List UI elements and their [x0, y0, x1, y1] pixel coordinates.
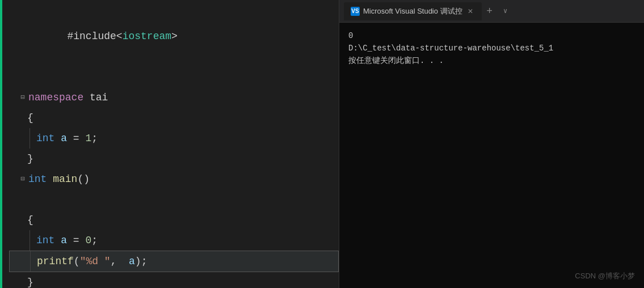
line-blank1 — [9, 67, 339, 87]
terminal-tab-label: Microsoft Visual Studio 调试控 — [363, 6, 462, 16]
line-namespace: ⊟ namespace tai — [9, 87, 339, 108]
tab-add-button[interactable]: + — [482, 3, 498, 19]
terminal-line-0: 0 — [348, 29, 635, 42]
line-brace-open2: { — [9, 210, 339, 230]
line-include: #include<iostream> — [9, 6, 339, 67]
terminal-line-2: 按任意键关闭此窗口. . . — [348, 54, 635, 67]
line-printf: printf ( "%d " , a ); — [9, 251, 339, 272]
include-lib: iostream — [123, 31, 171, 42]
terminal-tab-close[interactable]: ✕ — [466, 7, 475, 16]
terminal-line-1: D:\C_test\data-structure-warehouse\test_… — [348, 42, 635, 54]
line-brace-open1: { — [9, 108, 339, 128]
line-int-a: int a = 1 ; — [9, 128, 339, 149]
watermark: CSDN @博客小梦 — [575, 271, 635, 281]
include-hash: #include< — [67, 31, 122, 42]
code-editor: #include<iostream> ⊟ namespace tai { int… — [0, 0, 339, 288]
terminal-tab-bar: VS Microsoft Visual Studio 调试控 ✕ + ∨ — [339, 0, 644, 23]
tab-chevron-button[interactable]: ∨ — [498, 3, 513, 19]
fold-main-icon[interactable]: ⊟ — [18, 175, 27, 184]
line-brace-close2: } — [9, 272, 339, 288]
vs-tab-icon: VS — [351, 7, 360, 16]
code-content: #include<iostream> ⊟ namespace tai { int… — [0, 0, 339, 288]
terminal-panel: VS Microsoft Visual Studio 调试控 ✕ + ∨ 0 D… — [339, 0, 644, 288]
terminal-tab[interactable]: VS Microsoft Visual Studio 调试控 ✕ — [344, 2, 482, 20]
fold-namespace-icon[interactable]: ⊟ — [18, 93, 27, 102]
line-brace-close1: } — [9, 149, 339, 169]
line-int-a2: int a = 0 ; — [9, 230, 339, 251]
terminal-content: 0 D:\C_test\data-structure-warehouse\tes… — [339, 23, 644, 288]
line-blank2 — [9, 189, 339, 210]
line-int-main: ⊟ int main () — [9, 169, 339, 189]
